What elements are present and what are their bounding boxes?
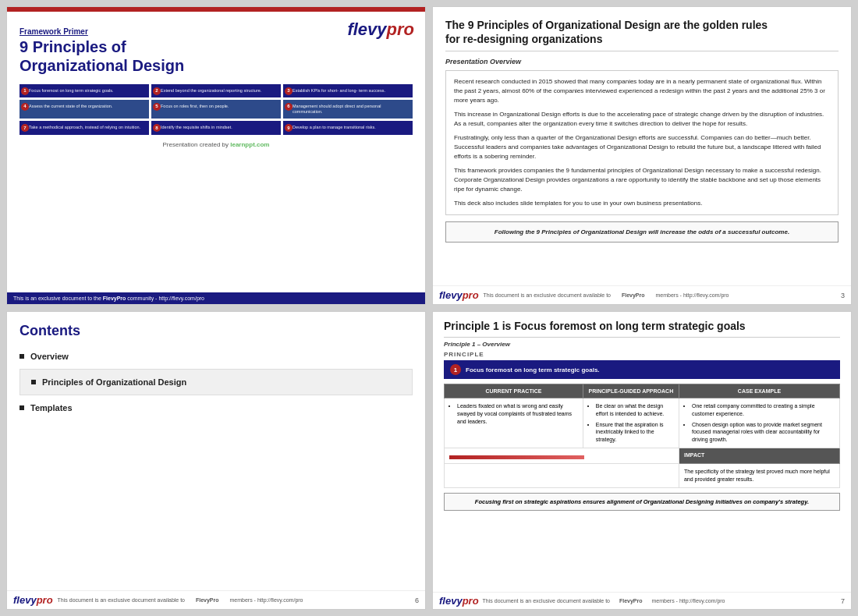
- learnppt-line: Presentation created by learnppt.com: [20, 141, 413, 148]
- learnppt-brand: learnppt.com: [230, 141, 269, 148]
- heading-line1: The 9 Principles of Organizational Desig…: [445, 19, 768, 31]
- slide1-main-title: 9 Principles ofOrganizational Design: [20, 37, 413, 75]
- footer-text: This document is an exclusive document a…: [58, 597, 185, 603]
- footer-brand: FlevyPro: [196, 597, 219, 603]
- diagram-cell-7: 7 Take a methodical approach, instead of…: [20, 121, 149, 134]
- slide4-body: Principle 1 is Focus foremost on long te…: [433, 312, 851, 592]
- page-number: 7: [841, 597, 845, 605]
- slide2-heading: The 9 Principles of Organizational Desig…: [445, 18, 838, 51]
- slide1-body: flevypro Framework Primer 9 Principles o…: [7, 12, 425, 292]
- principle-heading: Principle 1 is Focus foremost on long te…: [444, 320, 840, 338]
- toc-bullet-2: [31, 380, 36, 384]
- para-1: Recent research conducted in 2015 showed…: [454, 77, 830, 105]
- td-case-1: One retail company committed to creating…: [679, 398, 839, 448]
- footer-url: members - http://flevy.com/pro: [656, 292, 729, 298]
- table-header-row: CURRENT PRACTICE PRINCIPLE-GUIDED APPROA…: [445, 384, 840, 398]
- toc-item-3: Templates: [20, 403, 413, 412]
- toc-bullet-1: [20, 354, 24, 359]
- diagram-cell-6: 6 Management should adopt direct and per…: [283, 100, 413, 119]
- cell-num-9: 9: [285, 124, 292, 132]
- para-2: This increase in Organizational Design e…: [454, 110, 830, 129]
- footer-pro: pro: [463, 595, 479, 607]
- slide2-body: The 9 Principles of Organizational Desig…: [433, 7, 851, 285]
- cell-num-8: 8: [153, 124, 161, 132]
- contents-title: Contents: [20, 323, 413, 339]
- footer-logo: flevypro: [439, 595, 479, 607]
- learnppt-prefix: Presentation created by: [163, 141, 229, 148]
- principle-table: CURRENT PRACTICE PRINCIPLE-GUIDED APPROA…: [444, 384, 840, 488]
- case-item-1: One retail company committed to creating…: [692, 402, 835, 418]
- diagram-cell-5: 5 Focus on roles first, then on people.: [151, 100, 281, 119]
- impact-empty: [445, 463, 679, 487]
- pres-overview-label: Presentation Overview: [445, 58, 838, 65]
- footer-text: This document is an exclusive document a…: [484, 292, 611, 298]
- cell-num-5: 5: [153, 103, 161, 111]
- impact-text-cell: The specificity of the strategy test pro…: [679, 463, 839, 487]
- toc-label-2: Principles of Organizational Design: [42, 377, 186, 387]
- slide-2: The 9 Principles of Organizational Desig…: [432, 6, 852, 305]
- footer-brand: FlevyPro: [619, 598, 643, 604]
- td-current-1: Leaders fixated on what is wrong and eas…: [445, 398, 583, 448]
- diagram-cell-1: 1 Focus foremost on long term strategic …: [20, 84, 149, 97]
- content-box: Recent research conducted in 2015 showed…: [445, 70, 838, 215]
- para-4: This framework provides companies the 9 …: [454, 166, 830, 194]
- footer-url: community - http://flevy.com/pro: [127, 296, 204, 301]
- callout-box: Following the 9 Principles of Organizati…: [445, 221, 838, 243]
- slide2-footer: flevypro This document is an exclusive d…: [433, 285, 851, 304]
- impact-spacer: [445, 448, 679, 463]
- footer-logo-pro: pro: [463, 289, 479, 301]
- slide4-callout: Focusing first on strategic aspirations …: [444, 493, 840, 511]
- footer-flevy: flevy: [439, 595, 463, 607]
- principle-banner-text: Focus foremost on long term strategic go…: [466, 366, 600, 373]
- page-number: 3: [841, 292, 845, 299]
- toc-label-3: Templates: [30, 403, 73, 412]
- cell-num-6: 6: [285, 103, 292, 111]
- impact-data-row: The specificity of the strategy test pro…: [445, 463, 840, 487]
- footer-logo: flevypro: [439, 289, 479, 301]
- logo-flevy: flevy: [347, 19, 386, 39]
- footer-logo-flevy: flevy: [439, 289, 463, 301]
- logo-pro: pro: [387, 19, 414, 39]
- slide3-footer: flevypro This document is an exclusive d…: [7, 590, 425, 609]
- footer-text: This document is an exclusive document a…: [483, 598, 610, 604]
- diagram-cell-4: 4 Assess the current state of the organi…: [20, 100, 149, 119]
- footer-url: members - http://flevy.com/pro: [230, 597, 303, 603]
- th-current: CURRENT PRACTICE: [445, 384, 583, 398]
- impact-header-row: IMPACT: [445, 448, 840, 463]
- impact-header-cell: IMPACT: [679, 448, 839, 463]
- cell-num-7: 7: [21, 124, 29, 132]
- toc-label-1: Overview: [30, 352, 69, 361]
- th-approach: PRINCIPLE-GUIDED APPROACH: [583, 384, 679, 398]
- cell-num-4: 4: [21, 103, 29, 111]
- diagram-cell-3: 3 Establish KPIs for short- and long- te…: [283, 84, 413, 97]
- footer-url: members - http://flevy.com/pro: [652, 598, 725, 604]
- slide-4: Principle 1 is Focus foremost on long te…: [432, 311, 852, 610]
- slide3-body: Contents Overview Principles of Organiza…: [7, 312, 425, 590]
- toc-item-1: Overview: [20, 352, 413, 361]
- approach-item-1: Be clear on what the design effort is in…: [596, 402, 674, 418]
- slide-1: flevypro Framework Primer 9 Principles o…: [6, 6, 426, 305]
- footer-pro: pro: [37, 594, 53, 606]
- approach-item-2: Ensure that the aspiration is inextricab…: [596, 421, 674, 444]
- flevypro-logo: flevypro: [347, 19, 414, 40]
- footer-brand: FlevyPro: [622, 292, 645, 298]
- diagram-grid: 1 Focus foremost on long term strategic …: [20, 84, 413, 135]
- cell-num-2: 2: [153, 87, 161, 95]
- principle-sub: Principle 1 – Overview: [444, 341, 840, 348]
- diagram-cell-2: 2 Extend beyond the organizational repor…: [151, 84, 281, 97]
- case-item-2: Chosen design option was to provide mark…: [692, 421, 835, 444]
- footer-brand: FlevyPro: [103, 296, 126, 301]
- page-number: 6: [415, 597, 419, 604]
- slide4-footer: flevypro This document is an exclusive d…: [433, 592, 851, 609]
- cell-num-1: 1: [21, 87, 29, 95]
- footer-flevy: flevy: [13, 594, 37, 606]
- footer-logo: flevypro: [13, 594, 53, 606]
- principle-banner: 1 Focus foremost on long term strategic …: [444, 360, 840, 379]
- footer-text: This is an exclusive document to the: [13, 296, 101, 301]
- table-data-row-1: Leaders fixated on what is wrong and eas…: [445, 398, 840, 448]
- toc-item-2: Principles of Organizational Design: [31, 377, 401, 387]
- diagram-cell-8: 8 Identify the requisite shifts in minds…: [151, 121, 281, 134]
- para-5: This deck also includes slide templates …: [454, 199, 830, 208]
- cell-num-3: 3: [285, 87, 292, 95]
- toc-box-principles: Principles of Organizational Design: [20, 369, 413, 395]
